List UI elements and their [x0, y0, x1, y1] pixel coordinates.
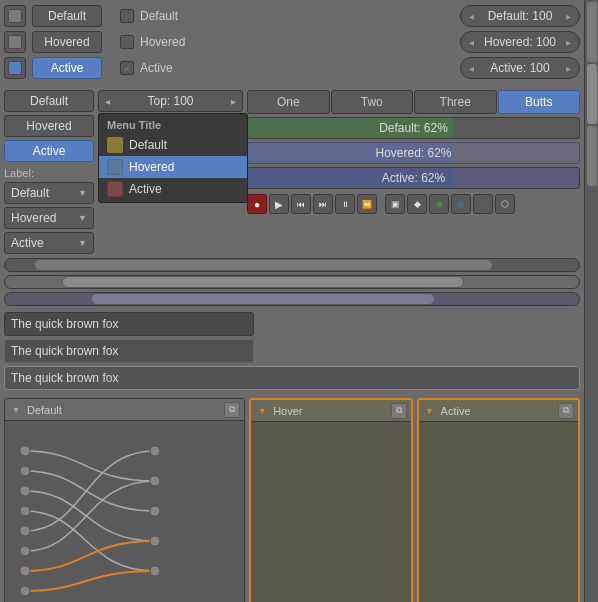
node-panel-default-arrow[interactable]: ▼: [9, 403, 23, 417]
vscroll-thumb-mid[interactable]: [587, 64, 597, 124]
node-section: ▼ Default ⧉: [0, 394, 584, 602]
check-hovered[interactable]: [120, 35, 134, 49]
node-panel-active: ▼ Active ⧉: [417, 398, 580, 602]
node-panel-active-arrow[interactable]: ▼: [423, 404, 437, 418]
menu-item-active-label: Active: [129, 182, 162, 196]
num-active[interactable]: ◂ Active: 100 ▸: [460, 57, 580, 79]
tab-one[interactable]: One: [247, 90, 330, 114]
arrow-right-hovered: ▸: [566, 37, 571, 48]
transport-rewind[interactable]: ⏪: [357, 194, 377, 214]
svg-point-0: [20, 446, 30, 456]
check-label-default: Default: [140, 9, 178, 23]
hscroll-2[interactable]: [4, 275, 580, 289]
svg-point-2: [20, 486, 30, 496]
icon-btn-active[interactable]: [4, 57, 26, 79]
menu-item-hovered[interactable]: Hovered: [99, 156, 247, 178]
svg-point-4: [20, 526, 30, 536]
svg-point-9: [150, 476, 160, 486]
pulldown-top-label: Top: 100: [114, 94, 227, 108]
select-default[interactable]: Default ▼: [4, 182, 94, 204]
arrow-right-active: ▸: [566, 63, 571, 74]
tab-butts[interactable]: Butts: [498, 90, 581, 114]
node-panel-active-header: ▼ Active ⧉: [419, 400, 578, 422]
textfield-active[interactable]: The quick brown fox: [4, 366, 580, 390]
node-panel-active-copy[interactable]: ⧉: [558, 403, 574, 419]
transport-record[interactable]: ●: [247, 194, 267, 214]
progress-label-hovered: Hovered: 62%: [248, 146, 579, 160]
num-default-val: Default: 100: [480, 9, 560, 23]
tab-three[interactable]: Three: [414, 90, 497, 114]
textfield-default[interactable]: The quick brown fox: [4, 312, 254, 336]
textfield-active-val: The quick brown fox: [11, 371, 118, 385]
right-vscroll[interactable]: [584, 0, 598, 602]
svg-point-7: [20, 586, 30, 596]
transport-t3[interactable]: ◈: [429, 194, 449, 214]
pulldown-top[interactable]: ◂ Top: 100 ▸: [98, 90, 243, 112]
transport-t6[interactable]: ⬡: [495, 194, 515, 214]
hscroll-thumb-3[interactable]: [91, 293, 435, 305]
vscroll-thumb-top[interactable]: [587, 2, 597, 62]
check-default[interactable]: [120, 9, 134, 23]
btn-s2-default[interactable]: Default: [4, 90, 94, 112]
textfield-hovered[interactable]: The quick brown fox: [4, 339, 254, 363]
pulldown-arrow-left: ◂: [105, 96, 110, 107]
label-text: Label:: [4, 167, 94, 179]
menu-item-active[interactable]: Active: [99, 178, 247, 200]
transport-t4[interactable]: ◉: [451, 194, 471, 214]
num-hovered[interactable]: ◂ Hovered: 100 ▸: [460, 31, 580, 53]
transport-pause[interactable]: ⏸: [335, 194, 355, 214]
transport-row: ● ▶ ⏮ ⏭ ⏸ ⏪ ▣ ◆ ◈ ◉ ◎ ⬡: [247, 192, 580, 216]
transport-prev[interactable]: ⏮: [291, 194, 311, 214]
select-hovered[interactable]: Hovered ▼: [4, 207, 94, 229]
hscroll-thumb-1[interactable]: [34, 259, 493, 271]
btn-default-col1[interactable]: Default: [32, 5, 102, 27]
icon-btn-default[interactable]: [4, 5, 26, 27]
node-panel-default-copy[interactable]: ⧉: [224, 402, 240, 418]
textfields-section: The quick brown fox The quick brown fox …: [0, 308, 584, 394]
node-canvas-hover: [251, 422, 410, 602]
btn-s2-hovered[interactable]: Hovered: [4, 115, 94, 137]
node-panel-hover-title: Hover: [273, 405, 386, 417]
menu-icon-active: [107, 181, 123, 197]
select-default-val: Default: [11, 186, 49, 200]
progress-label-active: Active: 62%: [248, 171, 579, 185]
transport-t5[interactable]: ◎: [473, 194, 493, 214]
arrow-right-default: ▸: [566, 11, 571, 22]
node-panel-hover: ▼ Hover ⧉: [249, 398, 412, 602]
select-active[interactable]: Active ▼: [4, 232, 94, 254]
node-panel-default-title: Default: [27, 404, 220, 416]
btn-hovered-col1[interactable]: Hovered: [32, 31, 102, 53]
node-panel-hover-arrow[interactable]: ▼: [255, 404, 269, 418]
svg-point-11: [150, 536, 160, 546]
tab-two[interactable]: Two: [331, 90, 414, 114]
check-active[interactable]: [120, 61, 134, 75]
node-panel-hover-copy[interactable]: ⧉: [391, 403, 407, 419]
check-label-hovered: Hovered: [140, 35, 185, 49]
scrollbars-section: [0, 256, 584, 308]
svg-point-12: [150, 566, 160, 576]
btn-active-col1[interactable]: Active: [32, 57, 102, 79]
transport-t1[interactable]: ▣: [385, 194, 405, 214]
svg-point-6: [20, 566, 30, 576]
hscroll-3[interactable]: [4, 292, 580, 306]
transport-play[interactable]: ▶: [269, 194, 289, 214]
node-svg-default: [5, 421, 244, 602]
node-panel-hover-header: ▼ Hover ⧉: [251, 400, 410, 422]
num-default[interactable]: ◂ Default: 100 ▸: [460, 5, 580, 27]
pulldown-arrow-right: ▸: [231, 96, 236, 107]
select-hovered-val: Hovered: [11, 211, 56, 225]
progress-active: Active: 62%: [247, 167, 580, 189]
hscroll-1[interactable]: [4, 258, 580, 272]
select-active-arrow: ▼: [78, 238, 87, 248]
vscroll-thumb-bot[interactable]: [587, 126, 597, 186]
transport-next[interactable]: ⏭: [313, 194, 333, 214]
hscroll-thumb-2[interactable]: [62, 276, 464, 288]
svg-point-10: [150, 506, 160, 516]
menu-item-default[interactable]: Default: [99, 134, 247, 156]
btn-s2-active[interactable]: Active: [4, 140, 94, 162]
node-panel-active-title: Active: [441, 405, 554, 417]
arrow-left-default: ◂: [469, 11, 474, 22]
svg-point-1: [20, 466, 30, 476]
icon-btn-hovered[interactable]: [4, 31, 26, 53]
transport-t2[interactable]: ◆: [407, 194, 427, 214]
